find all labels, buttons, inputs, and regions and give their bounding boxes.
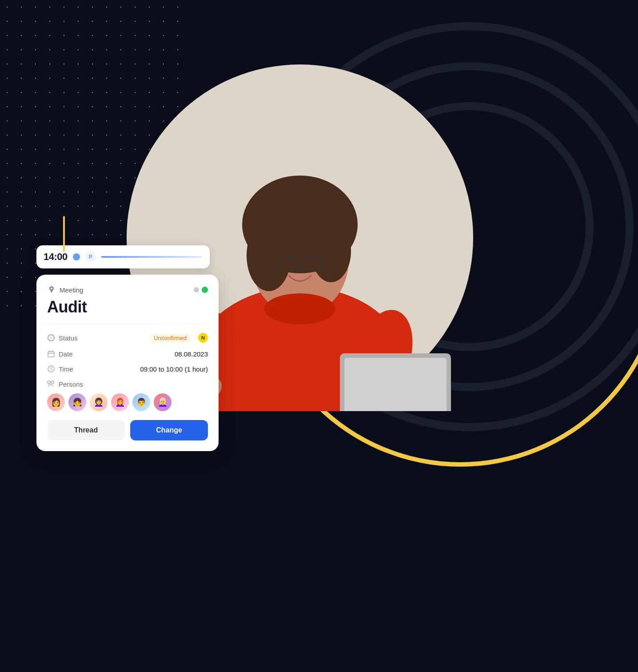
- time-display: 14:00: [44, 251, 68, 263]
- avatar-4: 👩‍🦰: [111, 393, 129, 411]
- yellow-line-decoration: [63, 216, 65, 252]
- time-value: 09:00 to 10:00 (1 hour): [92, 365, 208, 373]
- persons-icon: [47, 380, 55, 388]
- avatar-3: 👩‍🦱: [90, 393, 108, 411]
- status-label: Status: [47, 334, 92, 342]
- calendar-icon: [47, 350, 55, 358]
- status-row: Status Unconfirmed N: [47, 333, 208, 343]
- time-dot-indicator: [73, 253, 80, 260]
- card-title: Audit: [47, 298, 208, 316]
- persons-label: Persons: [47, 380, 208, 388]
- unconfirmed-badge: Unconfirmed: [149, 333, 191, 343]
- time-label: Time: [47, 365, 92, 373]
- persons-avatars: 👩 👧 👩‍🦱 👩‍🦰 👨 👩‍🦳: [47, 393, 208, 411]
- time-bar: 14:00 P: [36, 245, 210, 268]
- date-row: Date 08.08.2023: [47, 350, 208, 358]
- time-row: Time 09:00 to 10:00 (1 hour): [47, 365, 208, 373]
- avatar-2: 👧: [68, 393, 86, 411]
- n-badge: N: [198, 333, 208, 343]
- time-progress-bar: [101, 256, 203, 258]
- date-value: 08.08.2023: [92, 350, 208, 358]
- avatar-1: 👩: [47, 393, 65, 411]
- svg-rect-17: [48, 352, 54, 357]
- status-dot-inactive: [194, 287, 199, 292]
- change-button[interactable]: Change: [130, 420, 208, 440]
- avatar-5: 👨: [132, 393, 150, 411]
- avatar-6: 👩‍🦳: [154, 393, 171, 411]
- card-divider: [47, 324, 208, 324]
- clock-icon: [47, 365, 55, 373]
- thread-button[interactable]: Thread: [47, 420, 125, 440]
- svg-point-5: [247, 220, 291, 291]
- status-icon: [47, 334, 55, 342]
- svg-point-6: [311, 220, 351, 282]
- svg-point-10: [264, 293, 335, 324]
- status-dot-active: [202, 287, 208, 293]
- persons-section: Persons 👩 👧 👩‍🦱 👩‍🦰 👨 👩‍🦳: [47, 380, 208, 411]
- meeting-card: Meeting Audit Status Unconfirmed N: [36, 275, 219, 451]
- card-type-label: Meeting: [47, 285, 83, 294]
- date-label: Date: [47, 350, 92, 358]
- card-header: Meeting: [47, 285, 208, 294]
- meeting-icon: [47, 285, 56, 294]
- svg-rect-16: [344, 358, 447, 411]
- time-p-badge: P: [85, 252, 96, 262]
- card-actions: Thread Change: [47, 420, 208, 440]
- status-dots: [194, 287, 208, 293]
- status-value: Unconfirmed N: [92, 333, 208, 343]
